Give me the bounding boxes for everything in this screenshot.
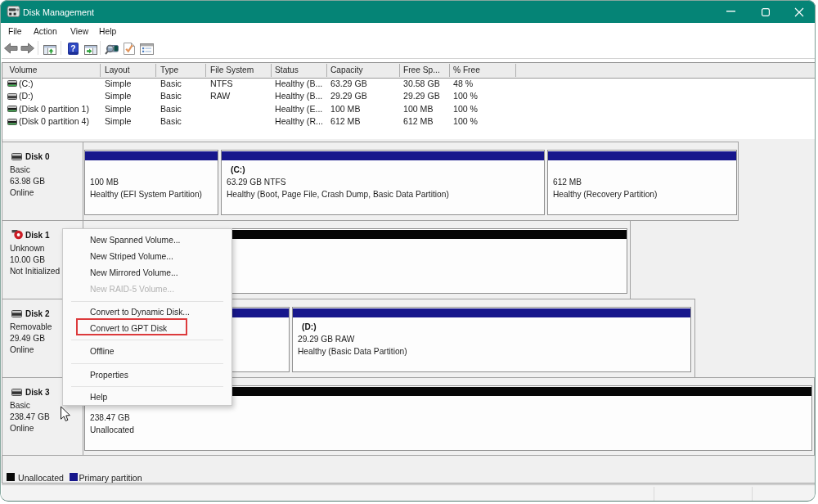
svg-text:?: ? <box>70 43 75 53</box>
